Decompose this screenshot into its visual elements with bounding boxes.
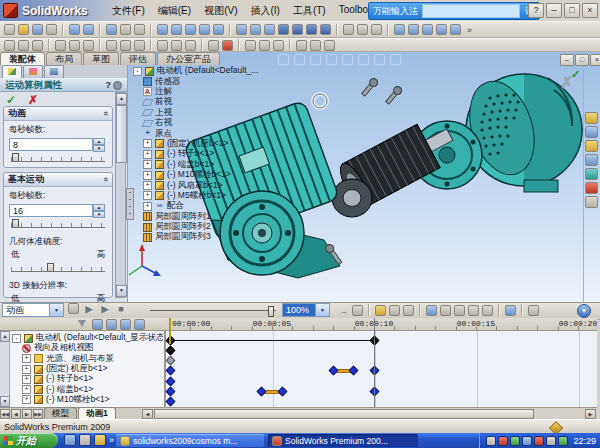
linear-component-pattern-icon[interactable] [32, 40, 43, 51]
tree-item[interactable]: 局部圆周阵列2 [131, 222, 273, 232]
section-view-icon[interactable] [326, 54, 337, 65]
open-icon[interactable] [18, 24, 29, 35]
zoom-area-icon[interactable] [171, 24, 182, 35]
expander-icon[interactable]: + [143, 171, 152, 180]
section-view-icon[interactable] [422, 24, 433, 35]
insert-components-icon[interactable] [4, 40, 15, 51]
reference-geometry-icon[interactable] [134, 40, 145, 51]
curve-icon[interactable] [273, 40, 284, 51]
quick-launch-overflow-icon[interactable]: » [109, 435, 114, 445]
panel-ok-button[interactable]: ✓ [6, 93, 16, 107]
tree-item[interactable]: 上视 [131, 108, 273, 118]
playback-mode-icon[interactable]: → [338, 305, 349, 316]
expander-icon[interactable]: + [143, 191, 152, 200]
front-view-icon[interactable] [236, 24, 247, 35]
menu-tools[interactable]: 工具(T) [293, 4, 326, 18]
selection-filter-icon[interactable] [120, 24, 131, 35]
filter-selected-icon[interactable] [120, 319, 131, 330]
panel-cancel-button[interactable]: ✗ [28, 93, 38, 107]
input-method-icon[interactable] [94, 434, 106, 446]
internet-explorer-icon[interactable] [64, 434, 76, 446]
prev-tab-icon[interactable]: ◀ [11, 409, 21, 419]
undo-icon[interactable] [69, 24, 80, 35]
animation-wizard-icon[interactable] [375, 305, 386, 316]
motion-study-properties-icon[interactable] [528, 305, 539, 316]
tree-item[interactable]: +(-) M10螺栓b<1> [131, 170, 273, 180]
top-view-icon[interactable] [292, 24, 303, 35]
shaded-with-edges-icon[interactable] [371, 24, 382, 35]
expander-icon[interactable]: + [22, 395, 31, 404]
no-filter-icon[interactable] [78, 320, 86, 327]
doc-minimize-button[interactable]: – [560, 54, 574, 66]
custom-properties-icon[interactable] [585, 196, 598, 208]
filter-animated-icon[interactable] [92, 319, 103, 330]
next-tab-icon[interactable]: ▶ [22, 409, 32, 419]
expander-icon[interactable]: + [22, 375, 31, 384]
tree-item[interactable]: -电动机 (Default<Default_... [131, 66, 273, 76]
panel-pin-icon[interactable] [113, 81, 122, 90]
expander-icon[interactable]: + [143, 150, 152, 159]
tree-item[interactable]: 前视 [131, 97, 273, 107]
slider-thumb[interactable] [12, 153, 19, 162]
expander-icon[interactable]: + [22, 354, 31, 363]
solidworks-resources-icon[interactable] [585, 112, 598, 124]
scroll-up-icon[interactable]: ▲ [116, 93, 127, 105]
restore-button[interactable]: □ [564, 3, 580, 18]
zoom-in-out-icon[interactable] [185, 24, 196, 35]
back-view-icon[interactable] [250, 24, 261, 35]
expander-icon[interactable]: + [143, 181, 152, 190]
results-and-plots-icon[interactable] [505, 305, 516, 316]
tab-model[interactable]: 模型 [44, 407, 77, 419]
timeline-canvas[interactable] [165, 331, 597, 407]
network-icon[interactable] [522, 436, 532, 446]
scroll-down-icon[interactable]: ▼ [116, 285, 127, 297]
scroll-right-icon[interactable]: ▶ [585, 409, 596, 419]
slider-thumb[interactable] [268, 306, 274, 317]
tree-item[interactable]: +(-) 转子b<1> [131, 149, 273, 159]
interference-detection-icon[interactable] [208, 40, 219, 51]
print-spooler-icon[interactable] [486, 436, 496, 446]
tab-office-products[interactable]: 办公室产品 [157, 52, 220, 65]
view-orientation-icon[interactable] [342, 54, 353, 65]
expander-icon[interactable]: - [133, 67, 142, 76]
scroll-up-icon[interactable]: ▲ [0, 331, 10, 342]
collapse-chevron-icon[interactable]: « [99, 177, 112, 182]
timeline-ruler[interactable]: 00:00:0000:00:0500:00:1000:00:1500:00:20 [165, 318, 597, 331]
tab-evaluate[interactable]: 评估 [120, 52, 156, 65]
tree-item[interactable]: +∞配合 [131, 201, 273, 211]
ime-cn-icon[interactable] [498, 436, 508, 446]
antivirus-icon[interactable] [558, 436, 568, 446]
search-icon[interactable] [585, 154, 598, 166]
show-hidden-components-icon[interactable] [106, 40, 117, 51]
tab-animation1[interactable]: 动画1 [78, 407, 116, 419]
tree-item[interactable]: +(-) 转子b<1> [10, 374, 163, 384]
scroll-thumb[interactable] [116, 105, 127, 163]
tab-layout[interactable]: 布局 [46, 52, 82, 65]
tree-item[interactable]: +(-) 端盖b<1> [10, 384, 163, 394]
zoom-area-icon[interactable] [294, 54, 305, 65]
design-library-icon[interactable] [585, 126, 598, 138]
pan-icon[interactable] [213, 24, 224, 35]
collapse-items-icon[interactable] [324, 40, 335, 51]
tree-item[interactable]: 传感器 [131, 76, 273, 86]
rotate-component-icon[interactable] [83, 40, 94, 51]
force-icon[interactable] [454, 305, 465, 316]
calculate-icon[interactable] [68, 303, 79, 314]
left-view-icon[interactable] [264, 24, 275, 35]
previous-view-icon[interactable] [310, 54, 321, 65]
start-button[interactable]: 开始 [0, 433, 58, 448]
exploded-view-icon[interactable] [171, 40, 182, 51]
slider-thumb[interactable] [47, 263, 54, 272]
expander-icon[interactable]: + [22, 365, 31, 374]
view-palette-icon[interactable] [585, 168, 598, 180]
animation-fps-stepper[interactable]: 8 ▲▼ [9, 138, 107, 151]
help-button[interactable]: ? [528, 3, 544, 18]
tree-item[interactable]: +(-) 风扇罩b<1> [131, 180, 273, 190]
timeline-zoom-slider[interactable] [150, 310, 276, 311]
timeline-area[interactable]: 00:00:0000:00:0500:00:1000:00:1500:00:20 [165, 318, 597, 407]
gravity-icon[interactable] [482, 305, 493, 316]
propertymanager-tab[interactable] [23, 65, 43, 78]
display-style-icon[interactable] [358, 54, 369, 65]
filter-driving-icon[interactable] [106, 319, 117, 330]
tree-item[interactable]: -电动机 (Default<Default_显示状态1> [10, 333, 163, 343]
